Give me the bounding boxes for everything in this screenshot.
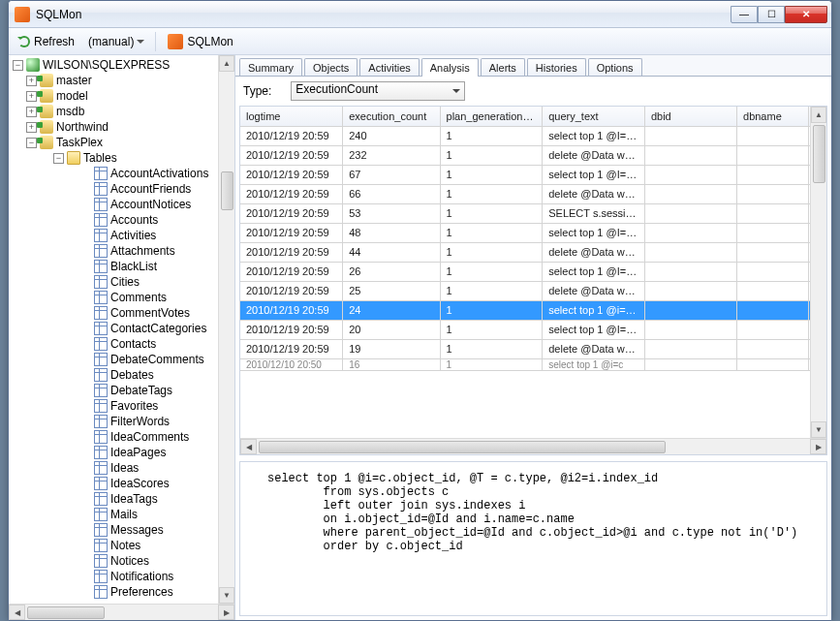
tree-twisty-icon[interactable]: + [26,122,37,133]
col-dbid[interactable]: dbid [644,107,736,126]
grid-body[interactable]: logtimeexecution_countplan_generation_nu… [240,107,826,438]
scroll-down-icon[interactable]: ▼ [811,421,826,438]
tree-table[interactable]: IdeaComments [11,429,234,445]
tree-table[interactable]: Mails [11,507,234,522]
sql-detail[interactable]: select top 1 @i=c.object_id, @T = c.type… [239,461,827,616]
tree-twisty-icon[interactable]: − [53,153,64,164]
refresh-mode-combo[interactable]: (manual) [84,33,147,50]
scroll-up-icon[interactable]: ▲ [811,107,826,123]
scroll-right-icon[interactable]: ▶ [810,439,826,454]
tree-table[interactable]: Preferences [11,584,234,600]
cell-dbid [644,165,736,184]
table-row[interactable]: 2010/12/19 20:59251delete @Data whe... [240,281,826,300]
tab-options[interactable]: Options [588,58,642,76]
tree-twisty-icon[interactable]: − [13,60,23,71]
tab-summary[interactable]: Summary [239,58,302,76]
tree-server[interactable]: −WILSON\SQLEXPRESS [11,57,234,73]
scroll-left-icon[interactable]: ◀ [240,439,257,454]
table-row[interactable]: 2010/12/19 20:59661delete @Data whe... [240,184,826,203]
tree-table[interactable]: Debates [11,367,234,383]
table-row[interactable]: 2010/12/19 20:59201select top 1 @I=Id... [240,320,826,339]
scroll-up-icon[interactable]: ▲ [219,55,234,72]
tree-db-master[interactable]: +master [11,73,234,88]
tree-hscrollbar[interactable]: ◀ ▶ [9,604,234,620]
scroll-down-icon[interactable]: ▼ [219,587,234,604]
table-icon [94,182,108,196]
tree-table[interactable]: Cities [11,274,234,290]
tree-table[interactable]: Favorites [11,398,234,414]
titlebar[interactable]: SQLMon — ☐ ✕ [9,1,831,28]
tree-db-msdb[interactable]: +msdb [11,104,234,119]
tree-twisty-icon[interactable]: + [26,76,37,86]
col-dbname[interactable]: dbname [737,107,809,126]
tree-vscrollbar[interactable]: ▲ ▼ [218,55,234,604]
tree-table[interactable]: IdeaTags [11,491,234,507]
grid-vscrollbar[interactable]: ▲ ▼ [810,107,826,438]
table-row[interactable]: 2010/12/19 20:59191delete @Data whe... [240,339,826,358]
tree-table[interactable]: Notifications [11,569,234,584]
tree-twisty-icon[interactable]: + [26,91,37,102]
tree-twisty-icon[interactable]: + [26,107,37,117]
scroll-thumb[interactable] [221,171,233,210]
tree-table[interactable]: Accounts [11,212,234,228]
maximize-button[interactable]: ☐ [758,6,785,23]
minimize-button[interactable]: — [731,6,758,23]
col-plan_generation_nu[interactable]: plan_generation_nu [440,107,543,126]
refresh-button[interactable]: Refresh [15,33,78,50]
tree-label: AccountActivations [110,167,208,180]
tree-table[interactable]: FilterWords [11,414,234,429]
tree-table[interactable]: Notices [11,553,234,569]
table-row[interactable]: 2010/12/19 20:59241select top 1 @i=c.... [240,300,826,320]
scroll-thumb[interactable] [27,606,105,619]
app-button[interactable]: SQLMon [164,32,236,51]
tree-table[interactable]: Messages [11,522,234,538]
tree-table[interactable]: AccountFriends [11,181,234,197]
tree-table[interactable]: BlackList [11,259,234,274]
cell-plan: 1 [440,339,543,358]
tab-alerts[interactable]: Alerts [481,58,525,76]
table-row-partial[interactable]: 2010/12/10 20:50161select top 1 @i=c [240,358,826,370]
tree-folder-tables[interactable]: −Tables [11,150,234,166]
table-row[interactable]: 2010/12/19 20:59671select top 1 @I=Id... [240,165,826,184]
tree-table[interactable]: DebateTags [11,383,234,398]
tree-scroll[interactable]: −WILSON\SQLEXPRESS+master+model+msdb+Nor… [9,55,234,604]
tree-db-taskplex[interactable]: −TaskPlex [11,135,234,150]
tree-table[interactable]: Attachments [11,243,234,259]
tree-twisty-icon[interactable]: − [26,138,37,148]
tree-table[interactable]: CommentVotes [11,305,234,321]
tree-table[interactable]: Comments [11,290,234,305]
tree-table[interactable]: AccountNotices [11,197,234,212]
tree-table[interactable]: Activities [11,228,234,243]
table-row[interactable]: 2010/12/19 20:59531SELECT s.session... [240,203,826,223]
tree-table[interactable]: IdeaPages [11,445,234,460]
tree-db-northwind[interactable]: +Northwind [11,119,234,135]
scroll-thumb[interactable] [813,125,825,183]
tree-table[interactable]: DebateComments [11,352,234,367]
scroll-right-icon[interactable]: ▶ [218,605,234,620]
type-select[interactable]: ExecutionCount [291,81,465,101]
tree-table[interactable]: Notes [11,538,234,553]
col-execution_count[interactable]: execution_count [343,107,440,126]
cell-dbid [644,339,736,358]
table-row[interactable]: 2010/12/19 20:59441delete @Data whe... [240,242,826,262]
grid-hscrollbar[interactable]: ◀ ▶ [240,438,826,454]
table-row[interactable]: 2010/12/19 20:59481select top 1 @I=Id... [240,223,826,242]
tree-table[interactable]: ContactCategories [11,321,234,336]
table-row[interactable]: 2010/12/19 20:592321delete @Data whe... [240,145,826,165]
tab-objects[interactable]: Objects [304,58,358,76]
tab-analysis[interactable]: Analysis [421,58,479,77]
tree-table[interactable]: Contacts [11,336,234,352]
scroll-left-icon[interactable]: ◀ [9,605,25,620]
tab-histories[interactable]: Histories [527,58,586,76]
scroll-thumb[interactable] [259,441,666,453]
tree-db-model[interactable]: +model [11,88,234,104]
tree-table[interactable]: Ideas [11,460,234,476]
col-query_text[interactable]: query_text [543,107,645,126]
tree-table[interactable]: IdeaScores [11,476,234,491]
tab-activities[interactable]: Activities [359,58,419,76]
close-button[interactable]: ✕ [785,6,827,23]
table-row[interactable]: 2010/12/19 20:59261select top 1 @I=Id... [240,262,826,281]
tree-table[interactable]: AccountActivations [11,166,234,181]
table-row[interactable]: 2010/12/19 20:592401select top 1 @I=Id..… [240,126,826,145]
col-logtime[interactable]: logtime [240,107,343,126]
